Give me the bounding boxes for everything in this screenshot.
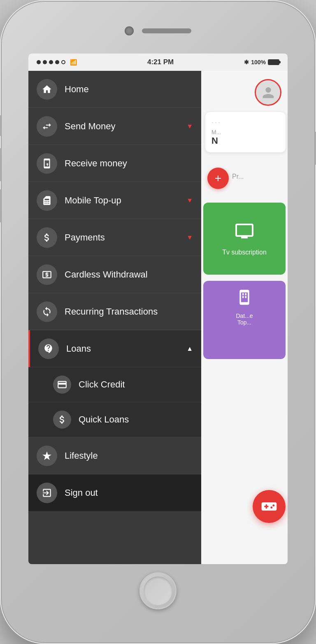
avatar-icon [260,84,276,101]
add-button[interactable]: + [207,168,229,189]
tv-screen-icon [232,221,257,241]
phone-screen: 📶 4:21 PM ✱ 100% [28,54,288,564]
home-button[interactable] [139,572,177,609]
signal-indicators: 📶 [37,59,77,65]
loans-arrow-icon: ▲ [186,345,193,352]
lifestyle-label: Lifestyle [65,450,193,461]
mobile-topup-icon-circle [37,190,57,211]
lifestyle-icon-circle [37,446,57,466]
house-icon [42,84,52,95]
battery-indicators: ✱ 100% [244,59,279,65]
phone-top-bar [0,0,316,54]
hand-money-icon [43,343,54,354]
wifi-icon: 📶 [70,59,77,65]
home-button-inner [144,576,172,605]
card-balance-value: N [211,135,279,146]
mobile-topup-label: Mobile Top-up [65,195,186,206]
menu-item-home[interactable]: Home [28,71,201,108]
payments-arrow-icon: ▼ [186,234,193,241]
profile-avatar[interactable] [255,79,281,106]
phone-device: 📶 4:21 PM ✱ 100% [0,0,316,644]
card-account-label: M... [211,129,279,135]
send-money-arrow-icon: ▼ [186,123,193,130]
sign-out-label: Sign out [65,488,193,498]
speaker-grille [142,28,191,33]
signal-dot-2 [43,60,47,64]
menu-item-payments[interactable]: Payments ▼ [28,219,201,256]
sim-icon [42,195,52,206]
menu-item-cardless-withdrawal[interactable]: Cardless Withdrawal [28,256,201,293]
front-camera [125,26,134,35]
home-icon-circle [37,79,57,100]
quick-loans-label: Quick Loans [79,414,193,425]
loans-icon-circle [38,338,59,359]
volume-up-button[interactable] [0,148,1,181]
signal-dot-3 [49,60,53,64]
navigation-drawer: Home Send Money ▼ [28,71,201,564]
bluetooth-icon: ✱ [244,59,249,65]
click-credit-icon-circle [53,376,71,394]
menu-item-quick-loans[interactable]: Quick Loans [28,402,201,437]
data-tile-icon [236,289,253,309]
recurring-transactions-label: Recurring Transactions [65,306,193,317]
tv-subscription-label: Tv subscription [222,249,267,256]
battery-fill [269,60,279,64]
send-money-label: Send Money [65,121,186,132]
cardless-withdrawal-label: Cardless Withdrawal [65,269,193,280]
app-content: Home Send Money ▼ [28,71,288,564]
volume-down-button[interactable] [0,189,1,222]
battery-icon [268,59,279,65]
menu-item-mobile-topup[interactable]: Mobile Top-up ▼ [28,182,201,219]
menu-item-sign-out[interactable]: Sign out [28,474,201,511]
receive-money-icon-circle [37,153,57,174]
data-tile-label: Dat...eTop... [236,313,253,326]
loans-label: Loans [66,343,186,354]
data-tile[interactable]: Dat...eTop... [203,281,286,359]
quick-loans-icon-circle [53,411,71,429]
sparkle-icon [42,450,52,461]
signal-dot-1 [37,60,41,64]
cardless-withdrawal-icon-circle [37,264,57,285]
phone-receive-icon [42,158,52,169]
sign-out-icon-circle [37,483,57,503]
arrows-icon [42,121,52,132]
menu-item-recurring-transactions[interactable]: Recurring Transactions [28,293,201,330]
balance-card: ··· M... N [205,112,286,152]
status-time: 4:21 PM [147,58,174,66]
sim-card-icon [236,289,253,306]
tv-subscription-tile[interactable]: Tv subscription [203,203,286,275]
menu-item-loans[interactable]: Loans ▲ [28,330,201,367]
clock-arrows-icon [42,306,52,317]
cash-stack-icon [42,232,52,243]
gameloft-icon [261,498,277,515]
recurring-transactions-icon-circle [37,301,57,322]
payments-icon-circle [37,227,57,248]
signal-dot-5 [61,60,65,64]
home-label: Home [65,84,193,95]
coins-icon [57,414,67,425]
signal-dot-4 [55,60,59,64]
payments-label: Payments [65,232,186,243]
phone-bottom-bar [0,564,316,618]
mobile-topup-arrow-icon: ▼ [186,197,193,204]
menu-item-send-money[interactable]: Send Money ▼ [28,108,201,145]
receive-money-label: Receive money [65,158,193,169]
exit-icon [42,488,52,498]
atm-icon [42,269,52,280]
home-screen-peek: ··· M... N + Pr... Tv subscription [201,71,288,564]
card-hide-dots: ··· [211,118,279,127]
gameloft-badge[interactable] [253,490,286,523]
credit-card-circle-icon [57,379,67,390]
menu-item-click-credit[interactable]: Click Credit [28,367,201,402]
silent-switch[interactable] [0,115,1,136]
battery-percent: 100% [251,59,266,65]
promo-text: Pr... [232,173,244,180]
menu-item-receive-money[interactable]: Receive money [28,145,201,182]
status-bar: 📶 4:21 PM ✱ 100% [28,54,288,71]
click-credit-label: Click Credit [79,379,193,390]
tv-icon [232,221,257,245]
send-money-icon-circle [37,116,57,137]
menu-item-lifestyle[interactable]: Lifestyle [28,437,201,474]
